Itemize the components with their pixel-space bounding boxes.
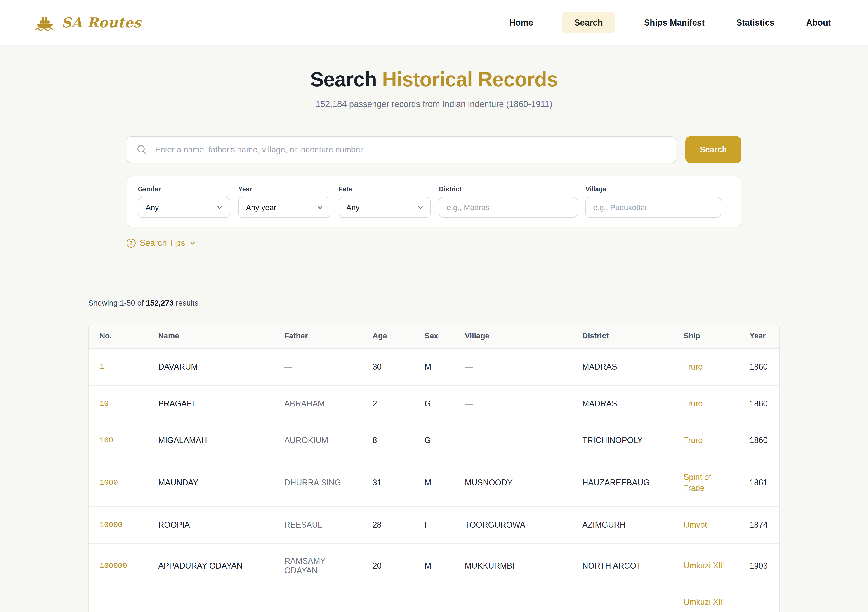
cell-year: 1903 — [739, 544, 780, 588]
cell-sex: G — [414, 385, 454, 422]
cell-year — [739, 588, 780, 612]
year-filter-label: Year — [238, 185, 330, 193]
ship-link[interactable]: Truro — [684, 361, 703, 373]
district-input[interactable] — [439, 197, 577, 218]
cell-no[interactable]: 10 — [88, 385, 147, 422]
search-button[interactable]: Search — [685, 136, 741, 163]
year-select[interactable]: Any year — [238, 197, 330, 218]
gender-select[interactable]: Any — [138, 197, 230, 218]
main-nav: Home Search Ships Manifest Statistics Ab… — [507, 12, 834, 33]
cell-village: MUKKURMBI — [454, 544, 572, 588]
cell-name: MAUNDAY — [147, 459, 273, 506]
ship-link[interactable]: Umkuzi XIII — [684, 560, 725, 571]
cell-district: AZIMGURH — [572, 506, 673, 544]
cell-no[interactable]: 1 — [88, 348, 147, 385]
cell-sex: M — [414, 348, 454, 385]
cell-name: ROOPIA — [147, 506, 273, 544]
cell-father: RAMSAMY ODAYAN — [273, 544, 362, 588]
chevron-down-icon — [316, 204, 324, 211]
col-header-sex: Sex — [414, 323, 454, 348]
table-row: 10000 ROOPIA REESAUL 28 F TOORGUROWA AZI… — [88, 506, 780, 544]
gender-select-value: Any — [146, 203, 159, 212]
cell-sex — [414, 588, 454, 612]
cell-age: 30 — [362, 348, 414, 385]
table-row: 1 DAVARUM — 30 M — MADRAS Truro 1860 — [88, 348, 780, 385]
village-input[interactable] — [586, 197, 721, 218]
cell-name: PRAGAEL — [147, 385, 273, 422]
cell-father: ABRAHAM — [273, 385, 362, 422]
table-header-row: No. Name Father Age Sex Village District… — [88, 323, 780, 348]
cell-father — [273, 588, 362, 612]
cell-district: MADRAS — [572, 348, 673, 385]
table-row-partial: Umkuzi XIII — [88, 588, 780, 612]
cell-no — [88, 588, 147, 612]
cell-village: MUSNOODY — [454, 459, 572, 506]
cell-father: — — [273, 348, 362, 385]
header: SA Routes Home Search Ships Manifest Sta… — [0, 0, 868, 45]
ship-link[interactable]: Spirit of Trade — [684, 472, 728, 494]
results-count: 152,273 — [146, 298, 174, 307]
results-table: No. Name Father Age Sex Village District… — [88, 323, 780, 612]
cell-district: NORTH ARCOT — [572, 544, 673, 588]
search-tips-toggle[interactable]: ? Search Tips — [127, 238, 196, 248]
cell-age: 8 — [362, 422, 414, 459]
main-content: Search Historical Records 152,184 passen… — [0, 45, 868, 612]
nav-home[interactable]: Home — [507, 12, 536, 33]
col-header-no: No. — [88, 323, 147, 348]
nav-search[interactable]: Search — [562, 12, 615, 33]
ship-link[interactable]: Truro — [684, 435, 703, 446]
results-section: Showing 1-50 of 152,273 results No. Name… — [88, 298, 780, 612]
cell-district — [572, 588, 673, 612]
nav-about[interactable]: About — [803, 12, 834, 33]
cell-father: DHURRA SING — [273, 459, 362, 506]
cell-year: 1860 — [739, 348, 780, 385]
col-header-year: Year — [739, 323, 780, 348]
cell-name: MIGALAMAH — [147, 422, 273, 459]
cell-no[interactable]: 100000 — [88, 544, 147, 588]
brand-logo[interactable]: SA Routes — [34, 14, 141, 32]
cell-no[interactable]: 10000 — [88, 506, 147, 544]
nav-ships-manifest[interactable]: Ships Manifest — [641, 12, 707, 33]
results-summary: Showing 1-50 of 152,273 results — [88, 298, 780, 308]
cell-no[interactable]: 1000 — [88, 459, 147, 506]
ship-link[interactable]: Umkuzi XIII — [684, 596, 725, 608]
table-row: 1000 MAUNDAY DHURRA SING 31 M MUSNOODY H… — [88, 459, 780, 506]
cell-sex: F — [414, 506, 454, 544]
ship-link[interactable]: Truro — [684, 398, 703, 409]
district-filter-label: District — [439, 185, 577, 193]
chevron-down-icon — [189, 240, 196, 247]
search-input[interactable] — [127, 136, 676, 163]
cell-name — [147, 588, 273, 612]
col-header-age: Age — [362, 323, 414, 348]
chevron-down-icon — [417, 204, 424, 211]
results-summary-suffix: results — [176, 298, 198, 307]
col-header-ship: Ship — [673, 323, 739, 348]
fate-select[interactable]: Any — [339, 197, 431, 218]
cell-name: DAVARUM — [147, 348, 273, 385]
cell-year: 1874 — [739, 506, 780, 544]
search-bar: Search — [127, 136, 741, 163]
cell-year: 1860 — [739, 385, 780, 422]
cell-age: 31 — [362, 459, 414, 506]
table-row: 100000 APPADURAY ODAYAN RAMSAMY ODAYAN 2… — [88, 544, 780, 588]
page-title-highlight: Historical Records — [382, 68, 558, 91]
chevron-down-icon — [216, 204, 223, 211]
brand-name: SA Routes — [62, 15, 141, 31]
cell-year: 1860 — [739, 422, 780, 459]
page-title-prefix: Search — [310, 68, 377, 91]
year-select-value: Any year — [246, 203, 276, 212]
nav-statistics[interactable]: Statistics — [733, 12, 777, 33]
cell-district: TRICHINOPOLY — [572, 422, 673, 459]
ship-link[interactable]: Umvoti — [684, 519, 709, 531]
search-tips-label: Search Tips — [140, 238, 185, 248]
cell-village — [454, 588, 572, 612]
fate-select-value: Any — [346, 203, 360, 212]
page-title: Search Historical Records — [0, 68, 868, 91]
village-filter-label: Village — [586, 185, 721, 193]
ship-icon — [34, 14, 55, 32]
cell-father: AUROKIUM — [273, 422, 362, 459]
cell-no[interactable]: 100 — [88, 422, 147, 459]
page-subtitle: 152,184 passenger records from Indian in… — [0, 99, 868, 109]
results-summary-prefix: Showing 1-50 of — [88, 298, 144, 307]
cell-village: — — [454, 348, 572, 385]
